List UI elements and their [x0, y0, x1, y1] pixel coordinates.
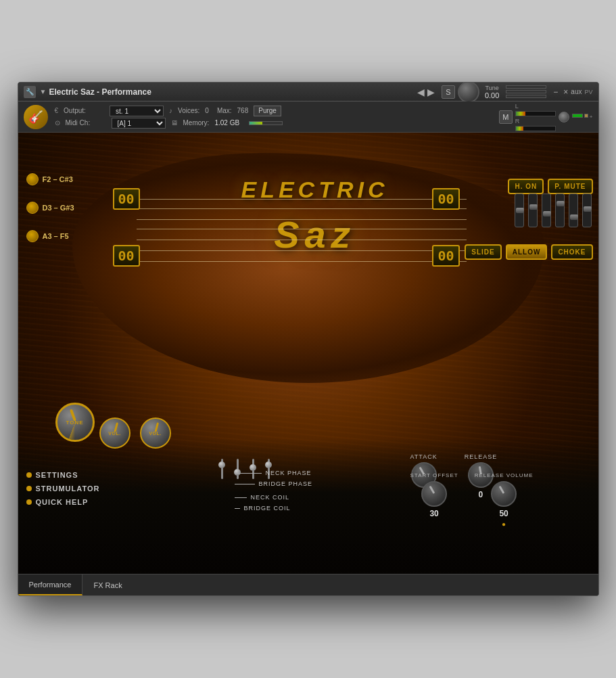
start-offset-knob[interactable] — [421, 481, 447, 507]
tone-knob[interactable]: TONE — [55, 403, 95, 442]
s-button[interactable]: S — [442, 85, 455, 99]
minimize-button[interactable]: − — [553, 87, 558, 97]
vol2-label: VOL. — [149, 431, 161, 436]
l-label: L — [515, 103, 556, 110]
level-bar-2 — [584, 114, 588, 118]
bridge-phase-line — [235, 484, 255, 484]
range-text-3: A3 – F5 — [43, 232, 69, 240]
performance-tab-label: Performance — [29, 581, 72, 589]
info-bar: 🎸 € Output: st. 1 ♪ Voices: 0 Max: 768 P… — [18, 101, 598, 133]
memory-icon: 🖥 — [171, 119, 178, 127]
neck-coil-label: NECK COIL — [251, 494, 290, 501]
range-text-1: F2 – C#3 — [43, 175, 73, 183]
choke-button[interactable]: CHOKE — [551, 244, 592, 260]
release-volume-value: 50 — [499, 509, 508, 518]
max-value: 768 — [237, 107, 249, 114]
tuning-slider-2[interactable] — [528, 194, 538, 227]
memory-label: Memory: — [183, 119, 210, 127]
attack-label: ATTACK — [410, 453, 437, 460]
fret-display-right-top[interactable]: 00 — [432, 188, 459, 210]
fret-display-right-mid[interactable]: 00 — [432, 245, 459, 267]
midi-select[interactable]: [A] 1 — [112, 118, 166, 129]
level-meter-l — [515, 111, 556, 116]
vol1-knob[interactable]: VOL. — [99, 417, 131, 449]
h-on-button[interactable]: H. ON — [508, 179, 544, 194]
slide-button[interactable]: SLIDE — [465, 244, 501, 260]
aux-label: aux — [571, 88, 582, 95]
pv-label: PV — [584, 89, 592, 95]
fret-boxes-right: 00 00 — [432, 188, 459, 267]
tone-knob-container: TONE — [55, 403, 95, 442]
m-button[interactable]: M — [499, 110, 513, 124]
info-row-output: € Output: st. 1 ♪ Voices: 0 Max: 768 Pur… — [55, 106, 492, 116]
allow-button[interactable]: ALLOW — [506, 244, 548, 260]
tuning-slider-5[interactable] — [569, 194, 578, 227]
instrument-title: Electric Saz - Performance — [49, 87, 417, 97]
memory-value: 1.02 GB — [214, 119, 239, 127]
quick-help-menu-item[interactable]: QUICK HELP — [26, 498, 100, 506]
strumulator-menu-item[interactable]: STRUMULATOR — [26, 484, 100, 493]
guitar-string-5 — [137, 240, 467, 240]
tuning-slider-1[interactable] — [515, 194, 524, 227]
main-content: ELECTRIC Saz F2 – C#3 D3 – G#3 A3 – F5 — [18, 133, 598, 574]
nav-prev[interactable]: ◀ — [417, 87, 425, 97]
level-knob[interactable] — [559, 112, 569, 122]
settings-icon[interactable]: 🔧 — [24, 86, 36, 98]
release-volume-label: RELEASE VOLUME — [475, 472, 534, 479]
info-row-midi: ⊙ Midi Ch: [A] 1 🖥 Memory: 1.02 GB — [55, 118, 492, 129]
performance-tab[interactable]: Performance — [18, 574, 83, 595]
info-fields: € Output: st. 1 ♪ Voices: 0 Max: 768 Pur… — [55, 106, 492, 129]
pickup-labels: NECK PHASE BRIDGE PHASE NECK COIL BRIDGE… — [235, 470, 313, 512]
neck-phase-line — [235, 473, 262, 474]
tune-knob[interactable] — [458, 82, 479, 103]
switch-bridge-coil — [221, 459, 223, 479]
mode-buttons: SLIDE ALLOW CHOKE — [465, 244, 592, 260]
guitar-string-4 — [137, 229, 467, 229]
range-dot-3[interactable] — [26, 230, 39, 242]
release-volume-knob[interactable] — [491, 481, 517, 507]
fret-display-left-mid[interactable]: 00 — [113, 245, 140, 267]
euro-icon: € — [55, 107, 59, 114]
midi-icon: ⊙ — [55, 119, 60, 127]
fx-rack-label: FX Rack — [93, 581, 122, 589]
bridge-coil-label: BRIDGE COIL — [244, 505, 291, 512]
vol1-label: VOL. — [108, 431, 120, 436]
fret-display-left-top[interactable]: 00 — [113, 188, 140, 210]
left-menu: SETTINGS STRUMULATOR QUICK HELP — [26, 471, 100, 506]
dropdown-arrow[interactable]: ▼ — [40, 88, 47, 95]
strumulator-label: STRUMULATOR — [36, 484, 100, 493]
vol2-knob-container: VOL. — [140, 417, 171, 449]
close-button[interactable]: × — [563, 87, 568, 97]
bottom-tabs: Performance FX Rack — [18, 574, 598, 595]
settings-label: SETTINGS — [36, 471, 78, 479]
voices-value: 0 — [205, 107, 209, 114]
nav-next[interactable]: ▶ — [427, 87, 435, 97]
range-label-1[interactable]: F2 – C#3 — [26, 173, 74, 185]
purge-button[interactable]: Purge — [254, 106, 281, 116]
output-select[interactable]: st. 1 — [110, 106, 164, 116]
range-label-2[interactable]: D3 – G#3 — [26, 202, 74, 214]
tuning-slider-3[interactable] — [542, 194, 551, 227]
fx-rack-tab[interactable]: FX Rack — [82, 574, 598, 595]
range-label-3[interactable]: A3 – F5 — [26, 230, 74, 242]
memory-fill — [250, 122, 262, 125]
title-bar: 🔧 ▼ Electric Saz - Performance ◀ ▶ S Tun… — [18, 83, 598, 101]
range-dot-2[interactable] — [26, 202, 39, 214]
release-label: RELEASE — [465, 453, 498, 460]
release-volume-dot: ● — [502, 520, 506, 528]
tuning-slider-4[interactable] — [555, 194, 565, 227]
range-dot-1[interactable] — [26, 173, 39, 185]
tuning-slider-6[interactable] — [582, 194, 592, 227]
tuning-slider-group — [515, 194, 592, 227]
p-mute-button[interactable]: P. MUTE — [548, 179, 592, 194]
offset-volume-section: START OFFSET 30 RELEASE VOLUME 50 ● — [410, 472, 534, 528]
title-nav: ◀ ▶ — [417, 87, 435, 97]
bridge-coil-line — [235, 508, 240, 509]
settings-menu-item[interactable]: SETTINGS — [26, 471, 100, 479]
tuning-sliders — [515, 194, 592, 227]
vol2-knob[interactable]: VOL. — [140, 417, 171, 449]
vol1-knob-container: VOL. — [99, 417, 131, 449]
switch-bridge-coil-pole[interactable] — [221, 459, 223, 479]
neck-phase-label: NECK PHASE — [266, 470, 312, 476]
tune-label: Tune — [485, 85, 499, 91]
